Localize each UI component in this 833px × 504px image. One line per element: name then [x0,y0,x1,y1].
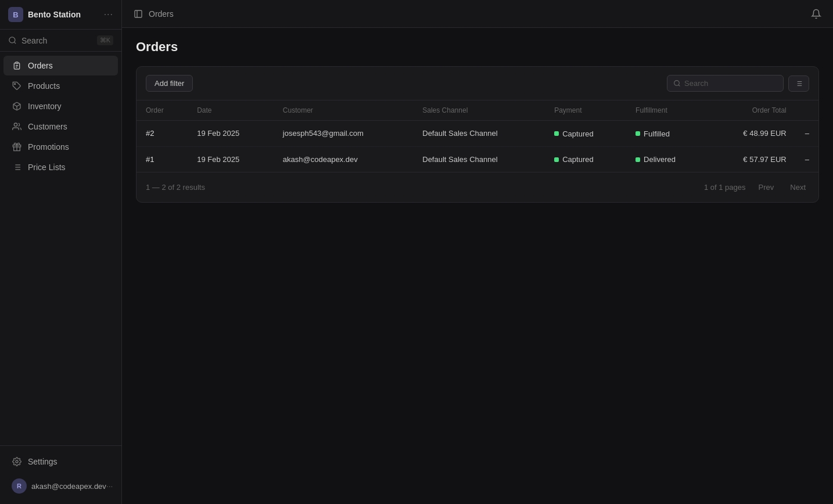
topbar-breadcrumb: Orders [134,9,174,19]
svg-point-14 [674,81,680,86]
sidebar-item-label: Products [28,81,60,91]
sidebar-item-label: Price Lists [28,163,66,172]
col-sales-channel: Sales Channel [413,100,545,121]
gear-icon [12,456,22,467]
sidebar-footer: Settings R akash@codeapex.dev ··· [0,445,121,504]
col-customer: Customer [274,100,413,121]
cell-action: – [796,121,818,147]
sidebar-item-label: Inventory [28,102,62,111]
tag-icon [12,81,22,91]
sidebar-item-customers[interactable]: Customers [3,117,118,136]
col-order-total: Order Total [709,100,796,121]
add-filter-button[interactable]: Add filter [146,75,193,92]
company-name: Bento Station [28,10,81,19]
user-email: akash@codeapex.dev [31,482,106,491]
sidebar-item-settings[interactable]: Settings [8,452,113,471]
cell-order: #1 [137,146,188,172]
cell-payment: Captured [545,121,626,147]
list-icon [12,60,22,71]
payment-status-text: Captured [562,155,593,164]
cell-date: 19 Feb 2025 [188,121,274,147]
topbar: Orders [122,0,833,28]
sidebar-options-button[interactable]: ··· [104,9,113,20]
svg-point-4 [14,123,17,126]
cell-customer: josesph543@gmail.com [274,121,413,147]
cell-total: € 48.99 EUR [709,121,796,147]
svg-point-0 [9,37,15,43]
columns-icon [795,80,803,88]
fulfillment-status-text: Fulfilled [644,129,670,138]
page-info: 1 of 1 pages [704,183,746,192]
fulfillment-status-dot [635,131,640,136]
toolbar-right [667,75,809,92]
orders-toolbar: Add filter [137,67,818,100]
pagination-range: 1 — 2 of 2 results [146,183,205,192]
col-order: Order [137,100,188,121]
topbar-right [811,9,821,19]
user-row: R akash@codeapex.dev ··· [8,474,113,498]
prev-button[interactable]: Prev [755,181,778,194]
sidebar-item-promotions[interactable]: Promotions [3,137,118,157]
svg-rect-1 [16,62,18,64]
cell-sales-channel: Default Sales Channel [413,121,545,147]
cell-customer: akash@codeapex.dev [274,146,413,172]
col-payment: Payment [545,100,626,121]
cell-fulfillment: Delivered [626,146,709,172]
sidebar-search-button[interactable]: Search ⌘K [0,30,121,52]
search-icon [673,80,681,87]
page-title: Orders [136,39,819,55]
sidebar-item-products[interactable]: Products [3,76,118,96]
search-icon [8,36,17,45]
settings-label: Settings [28,457,58,466]
gift-icon [12,142,22,152]
table-row[interactable]: #2 19 Feb 2025 josesph543@gmail.com Defa… [137,121,818,147]
orders-table: Order Date Customer Sales Channel Paymen… [137,100,818,172]
orders-card: Add filter [136,66,819,203]
fulfillment-status-text: Delivered [644,155,676,164]
breadcrumb-title: Orders [149,9,174,19]
sidebar-item-label: Orders [28,61,53,70]
cell-total: € 57.97 EUR [709,146,796,172]
table-row[interactable]: #1 19 Feb 2025 akash@codeapex.dev Defaul… [137,146,818,172]
main-content: Orders Orders Add filter [122,0,833,504]
sidebar-toggle-icon[interactable] [134,9,143,19]
cell-fulfillment: Fulfilled [626,121,709,147]
sidebar: B Bento Station ··· Search ⌘K Orders [0,0,122,504]
orders-content: Orders Add filter [122,28,833,504]
avatar: R [12,478,27,494]
cell-sales-channel: Default Sales Channel [413,146,545,172]
cell-date: 19 Feb 2025 [188,146,274,172]
col-action [796,100,818,121]
cell-payment: Captured [545,146,626,172]
table-header-row: Order Date Customer Sales Channel Paymen… [137,100,818,121]
sidebar-header: B Bento Station ··· [0,0,121,30]
pagination-right: 1 of 1 pages Prev Next [704,181,809,194]
notification-button[interactable] [811,9,821,19]
search-input[interactable] [684,79,777,88]
columns-button[interactable] [788,75,809,92]
search-shortcut: ⌘K [97,35,113,45]
col-fulfillment: Fulfillment [626,100,709,121]
sidebar-item-price-lists[interactable]: Price Lists [3,157,118,177]
next-button[interactable]: Next [787,181,809,194]
user-info[interactable]: R akash@codeapex.dev [12,478,106,494]
svg-rect-13 [135,10,142,17]
sidebar-item-label: Customers [28,122,67,131]
cell-order: #2 [137,121,188,147]
search-label: Search [21,36,47,45]
payment-status-dot [554,157,559,162]
payment-status-text: Captured [562,129,593,138]
sidebar-item-orders[interactable]: Orders [3,56,118,75]
col-date: Date [188,100,274,121]
sidebar-logo[interactable]: B Bento Station [8,7,81,22]
user-options-button[interactable]: ··· [106,481,113,491]
sidebar-nav: Orders Products Inventory [0,52,121,445]
logo-box: B [8,7,23,22]
pagination-bar: 1 — 2 of 2 results 1 of 1 pages Prev Nex… [137,172,818,202]
sidebar-item-inventory[interactable]: Inventory [3,96,118,116]
cell-action: – [796,146,818,172]
price-icon [12,162,22,172]
fulfillment-status-dot [635,157,640,162]
search-box[interactable] [667,75,784,92]
box-icon [12,101,22,111]
